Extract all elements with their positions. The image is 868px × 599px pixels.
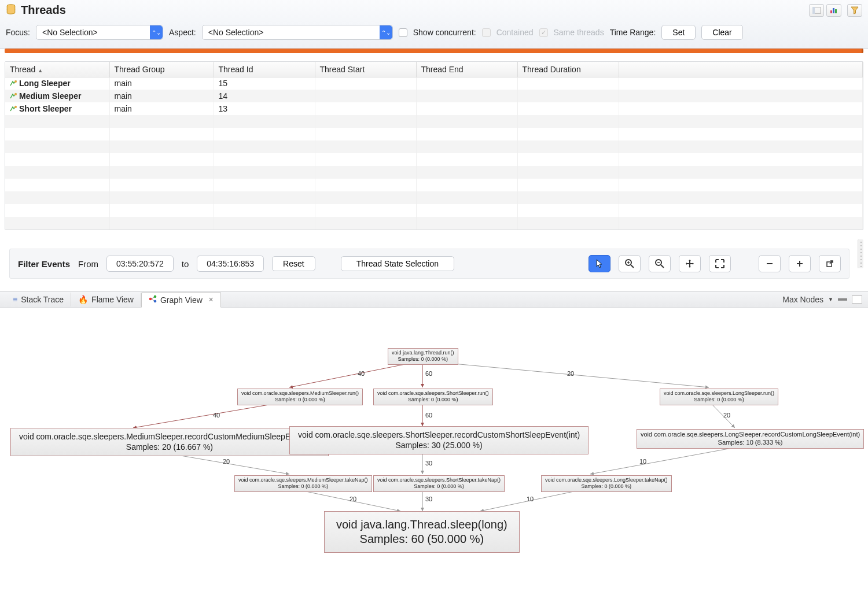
filter-events-label: Filter Events — [18, 259, 70, 269]
thread-state-selection-button[interactable]: Thread State Selection — [341, 256, 454, 271]
zoom-in-tool-button[interactable] — [619, 255, 641, 272]
filter-funnel-button[interactable] — [847, 4, 862, 17]
svg-rect-5 — [835, 9, 837, 13]
table-row[interactable]: Medium Sleepermain14 — [5, 90, 863, 102]
minimize-view-button[interactable] — [838, 298, 847, 301]
graph-node-long-nap[interactable]: void com.oracle.sqe.sleepers.LongSleeper… — [541, 475, 672, 492]
graph-node-med-rec[interactable]: void com.oracle.sqe.sleepers.MediumSleep… — [10, 428, 329, 456]
maximize-view-button[interactable] — [852, 295, 862, 304]
svg-point-21 — [154, 295, 157, 298]
col-spacer — [619, 62, 863, 77]
contained-checkbox — [482, 28, 491, 37]
timeline-bar[interactable] — [5, 49, 863, 53]
col-thread-end[interactable]: Thread End — [416, 62, 517, 77]
threads-icon — [6, 4, 16, 16]
sort-asc-icon: ▲ — [38, 68, 43, 73]
chevron-updown-icon: ⌃⌄ — [380, 25, 392, 39]
call-graph[interactable]: void java.lang.Thread.run()Samples: 0 (0… — [0, 308, 868, 556]
graph-node-short-run[interactable]: void com.oracle.sqe.sleepers.ShortSleepe… — [373, 389, 493, 405]
clear-button[interactable]: Clear — [701, 25, 742, 40]
edge-label: 20 — [723, 412, 730, 419]
table-row-empty — [5, 153, 863, 166]
set-button[interactable]: Set — [661, 25, 696, 40]
table-row-empty — [5, 191, 863, 204]
graph-node-sleep[interactable]: void java.lang.Thread.sleep(long)Samples… — [324, 511, 520, 553]
col-thread-duration[interactable]: Thread Duration — [517, 62, 619, 77]
svg-line-14 — [661, 265, 664, 268]
edge-label: 10 — [639, 458, 646, 465]
graph-node-long-run[interactable]: void com.oracle.sqe.sleepers.LongSleeper… — [660, 389, 778, 405]
tab-stack-trace[interactable]: ≡ Stack Trace — [6, 293, 71, 306]
edge-label: 20 — [567, 370, 574, 377]
table-row-empty — [5, 166, 863, 179]
pan-tool-button[interactable] — [679, 255, 701, 272]
chevron-updown-icon: ⌃⌄ — [150, 25, 163, 39]
plus-button[interactable] — [789, 255, 811, 272]
tab-flame-view[interactable]: 🔥 Flame View — [71, 293, 141, 306]
svg-line-25 — [289, 361, 422, 387]
contained-label: Contained — [496, 28, 534, 37]
same-threads-label: Same threads — [554, 28, 604, 37]
svg-rect-4 — [833, 8, 834, 13]
edge-label: 20 — [223, 458, 230, 465]
threads-table: Thread▲ Thread Group Thread Id Thread St… — [5, 62, 863, 230]
table-row-empty — [5, 128, 863, 140]
from-label: From — [78, 259, 98, 269]
col-thread-group[interactable]: Thread Group — [109, 62, 214, 77]
reset-button[interactable]: Reset — [272, 256, 315, 271]
svg-line-28 — [133, 401, 289, 428]
graph-node-long-rec[interactable]: void com.oracle.sqe.sleepers.LongSleeper… — [637, 429, 864, 449]
vertical-splitter[interactable] — [858, 239, 863, 268]
close-icon[interactable]: ✕ — [208, 296, 214, 304]
page-title: Threads — [21, 3, 66, 17]
view-mode-chart-button[interactable] — [826, 4, 841, 17]
focus-combo[interactable]: <No Selection> ⌃⌄ — [36, 25, 163, 40]
table-row-empty — [5, 204, 863, 217]
col-thread-id[interactable]: Thread Id — [214, 62, 315, 77]
table-row-empty — [5, 140, 863, 153]
to-input[interactable]: 04:35:16:853 — [197, 256, 264, 272]
svg-rect-2 — [812, 7, 815, 14]
svg-line-27 — [422, 361, 709, 387]
fullscreen-tool-button[interactable] — [709, 255, 731, 272]
svg-line-24 — [152, 299, 154, 301]
from-input[interactable]: 03:55:20:572 — [106, 256, 174, 272]
view-mode-panel-button[interactable] — [809, 4, 824, 17]
flame-icon: 🔥 — [78, 295, 88, 304]
table-row-empty — [5, 217, 863, 230]
focus-label: Focus: — [6, 28, 30, 37]
svg-point-7 — [14, 93, 17, 95]
table-row[interactable]: Long Sleepermain15 — [5, 77, 863, 90]
edge-label: 60 — [425, 370, 432, 377]
aspect-label: Aspect: — [169, 28, 196, 37]
popout-button[interactable] — [819, 255, 841, 272]
table-row[interactable]: Short Sleepermain13 — [5, 102, 863, 115]
pointer-tool-button[interactable] — [589, 255, 610, 272]
graph-node-short-rec[interactable]: void com.oracle.sqe.sleepers.ShortSleepe… — [289, 426, 589, 454]
aspect-combo[interactable]: <No Selection> ⌃⌄ — [202, 25, 393, 40]
svg-point-6 — [14, 80, 17, 83]
dropdown-caret-icon[interactable]: ▼ — [828, 297, 833, 302]
max-nodes-label[interactable]: Max Nodes — [782, 295, 823, 304]
zoom-out-tool-button[interactable] — [649, 255, 671, 272]
col-thread[interactable]: Thread▲ — [5, 62, 109, 77]
col-thread-start[interactable]: Thread Start — [315, 62, 416, 77]
edge-label: 20 — [350, 496, 356, 502]
graph-icon — [149, 295, 157, 305]
graph-node-med-run[interactable]: void com.oracle.sqe.sleepers.MediumSleep… — [237, 389, 363, 405]
edge-label: 60 — [425, 412, 432, 419]
svg-line-23 — [152, 297, 154, 299]
aspect-value: <No Selection> — [208, 28, 375, 37]
graph-node-med-nap[interactable]: void com.oracle.sqe.sleepers.MediumSleep… — [234, 475, 372, 492]
show-concurrent-checkbox[interactable] — [399, 28, 407, 37]
focus-value: <No Selection> — [42, 28, 145, 37]
table-row-empty — [5, 179, 863, 191]
table-row-empty — [5, 115, 863, 128]
edge-label: 40 — [213, 412, 220, 419]
minus-button[interactable] — [759, 255, 781, 272]
svg-line-10 — [631, 265, 634, 268]
graph-node-short-nap[interactable]: void com.oracle.sqe.sleepers.ShortSleepe… — [373, 475, 505, 492]
graph-node-root[interactable]: void java.lang.Thread.run()Samples: 0 (0… — [388, 348, 458, 365]
show-concurrent-label: Show concurrent: — [413, 28, 476, 37]
tab-graph-view[interactable]: Graph View ✕ — [141, 292, 221, 308]
